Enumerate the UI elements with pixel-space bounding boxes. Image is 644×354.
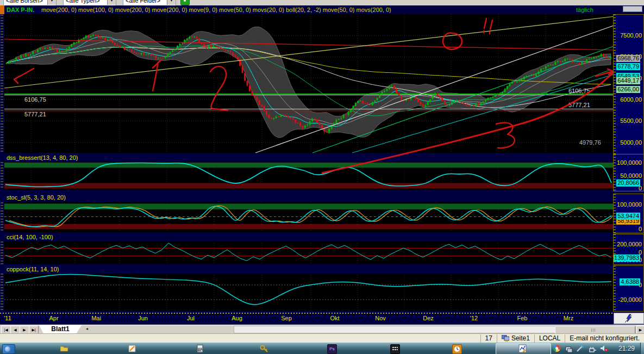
chart-title-row: DAX P-IN. move(200, 0) move(100, 0) move…	[0, 5, 644, 14]
top-toolbar: <alle Börsen> ▼ <alle Typen> ▼ <alle Fel…	[0, 0, 644, 5]
taskbar-clock-app-icon[interactable]	[452, 344, 462, 354]
month-label: Mai	[91, 315, 101, 321]
status-count: 17	[480, 334, 497, 343]
last-value-marker: 6266,00	[616, 86, 640, 93]
sheet-tab-bar: |◀ ◀ ▶ ▶| Blatt1 ◂ ▶	[0, 325, 644, 333]
axis-tick: 7500,00	[620, 32, 642, 39]
exchange-dropdown[interactable]: <alle Börsen> ▼	[3, 0, 57, 5]
svg-text:6106,75: 6106,75	[24, 96, 46, 103]
month-label: Nov	[375, 315, 386, 321]
field-dropdown-value: <alle Felder>	[126, 0, 160, 4]
scrollbar-thumb[interactable]	[555, 326, 635, 334]
svg-text:6106,75: 6106,75	[568, 88, 590, 94]
lightning-pen-icon	[623, 313, 634, 324]
panel-header-cci: cci(14, 100, -100)	[0, 234, 620, 241]
svg-text:5777,21: 5777,21	[24, 111, 46, 117]
coppock-plot	[0, 273, 644, 311]
price-plot: 6106,756106,755777,215777,214979,76	[0, 14, 644, 153]
axis-tick: 5000,00	[620, 139, 642, 146]
month-label: Feb	[517, 315, 528, 321]
last-value-marker: 6968,76	[616, 55, 640, 62]
last-value-marker: -139,7983	[613, 254, 640, 262]
panel-header-coppock: coppock(11, 14, 10)	[0, 266, 620, 274]
last-value-marker: 6449,17	[616, 77, 640, 84]
chevron-down-icon[interactable]: ▼	[107, 0, 116, 5]
status-bar: 17 Seite1 LOCAL E-mail nicht konfigurier…	[0, 333, 644, 343]
month-label: '11	[4, 315, 11, 321]
svg-text:4979,76: 4979,76	[579, 139, 601, 146]
axis-tick: 100,0000	[617, 159, 642, 166]
axis-tick: 50,0000	[620, 172, 642, 179]
window-size-box[interactable]	[623, 6, 642, 12]
axis-tick: 6000,00	[620, 96, 642, 103]
type-dropdown[interactable]: <alle Typen> ▼	[63, 0, 116, 5]
svg-text:5777,21: 5777,21	[568, 102, 590, 108]
sheet-tab-blatt1[interactable]: Blatt1	[39, 325, 82, 333]
tray-volume-icon[interactable]	[600, 345, 609, 353]
type-dropdown-value: <alle Typen>	[66, 0, 100, 4]
taskbar-active-chart-app[interactable]	[496, 343, 551, 354]
tab-scroll-left-icon[interactable]: ◂	[86, 326, 88, 331]
horizontal-scrollbar[interactable]	[234, 326, 636, 333]
panel-header-dss-bressert: dss_bressert(13, 4, 80, 20)	[0, 154, 620, 162]
axis-tick: -20,0000	[618, 296, 642, 303]
tray-tools-icon[interactable]	[576, 345, 585, 353]
start-button[interactable]	[2, 344, 15, 354]
value-axis-2: 100,0000058,931953,9474	[613, 194, 644, 233]
taskbar-keys-icon[interactable]	[260, 344, 268, 353]
axis-tick: 0	[639, 226, 642, 232]
month-label: Dez	[423, 315, 434, 321]
month-label: Okt	[330, 315, 339, 321]
field-dropdown[interactable]: <alle Felder> ▼	[123, 0, 176, 5]
cci-plot	[0, 241, 644, 264]
title-marker	[0, 5, 4, 14]
application-window: <alle Börsen> ▼ <alle Typen> ▼ <alle Fel…	[0, 0, 644, 354]
tray-windows-icon[interactable]	[565, 345, 574, 354]
go-button[interactable]	[180, 0, 190, 5]
value-axis-0: 7500,007000,006500,006000,005500,005000,…	[613, 14, 644, 159]
month-label: Jun	[138, 315, 148, 321]
dss-bressert-plot	[0, 162, 644, 190]
timeframe-label: täglich	[576, 7, 593, 13]
time-axis: '11AprMaiJunJulAugSepOktNovDez'12FebMrz	[0, 313, 613, 323]
taskbar-notes-icon[interactable]	[128, 344, 136, 353]
last-value-marker: 6778,79	[616, 63, 640, 70]
show-desktop-button[interactable]	[640, 343, 644, 354]
axis-tick: 100,0000	[617, 201, 642, 208]
taskbar-clock[interactable]: 21:29	[613, 345, 640, 352]
network-computer-icon	[502, 335, 509, 341]
chevron-down-icon[interactable]: ▼	[47, 0, 56, 5]
axis-tick: 5500,00	[620, 117, 642, 124]
taskbar-photoshop-icon[interactable]: Ps	[327, 344, 337, 354]
tray-browser-icon[interactable]	[553, 345, 560, 352]
taskbar-folder-icon[interactable]	[60, 344, 68, 353]
month-label: Jul	[187, 315, 195, 321]
status-page: Seite1	[497, 334, 534, 343]
month-label: Aug	[232, 315, 242, 321]
panel-header-stoc-sl: stoc_sl(5, 3, 3, 80, 20)	[0, 194, 620, 202]
chevron-down-icon[interactable]: ▼	[167, 0, 176, 5]
axis-tick: 200,0000	[617, 241, 642, 247]
month-label: '12	[470, 315, 478, 321]
draw-tool-box[interactable]	[614, 313, 644, 324]
value-axis-1: 100,000050,0000020,8066	[613, 154, 644, 191]
studies-label: move(200, 0) move(100, 0) move(200, 0) m…	[41, 7, 391, 13]
month-label: Apr	[49, 315, 58, 321]
taskbar-phone-icon[interactable]	[390, 344, 400, 354]
stoc-sl-plot	[0, 202, 644, 232]
last-value-marker: 20,8066	[616, 179, 640, 187]
status-email: E-mail nicht konfiguriert.	[565, 334, 644, 343]
month-label: Mrz	[564, 315, 573, 321]
value-axis-3: 200,00000-200,0000-139,7983	[613, 234, 644, 265]
last-value-marker: 4,6388	[620, 278, 640, 285]
taskbar: Ps 21:29	[0, 343, 644, 354]
month-label: Sep	[281, 315, 292, 321]
last-value-marker: 53,9474	[616, 213, 640, 220]
symbol-label: DAX P-IN.	[7, 7, 34, 13]
tray-usb-icon[interactable]	[589, 345, 598, 354]
value-axis-4: 0-20,00004,6388	[613, 265, 644, 312]
exchange-dropdown-value: <alle Börsen>	[6, 0, 43, 4]
taskbar-calculator-icon[interactable]	[196, 344, 204, 353]
status-local: LOCAL	[534, 334, 565, 343]
